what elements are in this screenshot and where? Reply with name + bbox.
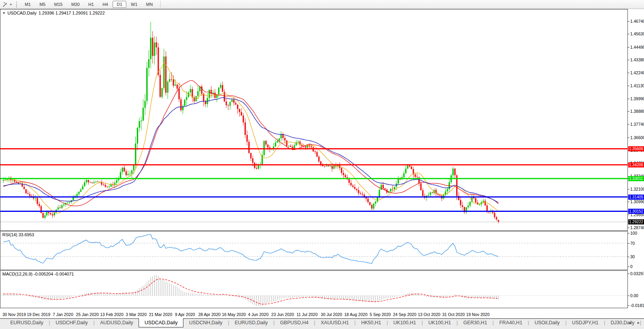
tab-eurusd-daily[interactable]: EURUSD,Daily (229, 319, 273, 327)
chart-symbol-label: USDCAD,Daily (7, 11, 37, 15)
date-label: 3 Mar 2020 (126, 312, 146, 317)
date-label: 31 Oct 2020 (442, 312, 464, 317)
date-label: 13 Oct 2020 (418, 312, 440, 317)
dropdown-arrow-icon: ▼ (9, 3, 12, 6)
price-tick: 1.32100 (630, 187, 644, 191)
rsi-tick: 30 (630, 254, 644, 259)
date-label: 30 Nov 2019 (2, 312, 26, 317)
tab-scroll-left-icon[interactable]: ◄ (628, 321, 634, 325)
level-price-box: 1.35606 (628, 146, 644, 151)
cursor-tool-button[interactable]: ▼ (0, 0, 15, 9)
price-tick: 1.39990 (630, 96, 644, 101)
tab-usdcnh-daily[interactable]: USDCNH,Daily (183, 319, 228, 327)
rsi-window[interactable] (0, 231, 628, 270)
tab-fra40-h1[interactable]: FRA40,H1 (494, 319, 527, 327)
tab-hk50-h1[interactable]: HK50,H1 (355, 319, 387, 327)
chart-tab-bar: EURUSD,Daily|USDCHF,Daily|AUDUSD,DailyUS… (0, 318, 644, 329)
tab-usdchf-daily[interactable]: USDCHF,Daily (50, 319, 93, 327)
level-price-box: 1.34206 (628, 162, 644, 167)
toolbar-grip (16, 2, 18, 7)
tab-uk100-h1[interactable]: UK100,H1 (388, 319, 422, 327)
timeframe-button-mn[interactable]: MN (142, 1, 157, 8)
timeframe-button-d1[interactable]: D1 (113, 1, 126, 8)
macd-tick: -0.018154 (630, 303, 644, 308)
macd-window[interactable] (0, 270, 628, 308)
price-tick: 1.38880 (630, 109, 644, 114)
macd-tick: 0.032972 (630, 271, 644, 276)
price-tick: 1.43380 (630, 57, 644, 62)
date-label: 13 Feb 2020 (100, 312, 124, 317)
rsi-label: RSI(14) 33.6953 (2, 232, 34, 237)
chart-title: ▼ USDCAD,Daily 1.29396 1.29417 1.29091 1… (2, 11, 105, 15)
date-label: 7 Jan 2020 (53, 312, 73, 317)
price-tick: 1.36600 (630, 135, 644, 140)
price-tick: 1.42240 (630, 70, 644, 75)
current-price-box: 1.29222 (628, 219, 644, 224)
date-label: 9 Apr 2020 (175, 312, 195, 317)
price-tick: 1.37740 (630, 122, 644, 127)
date-label: 18 Aug 2020 (344, 312, 368, 317)
tab-usoil-daily[interactable]: USOil,Daily (529, 319, 565, 327)
tab-xauusd-h1[interactable]: XAUUSD,H1 (315, 319, 355, 327)
tab-scroll-right-icon[interactable]: ► (637, 321, 642, 325)
tab-gbpusd-h4[interactable]: GBPUSD,H4 (274, 319, 314, 327)
date-label: 24 Sep 2020 (393, 312, 416, 317)
toolbar-separator (160, 1, 161, 8)
date-label: 19 Dec 2019 (27, 312, 50, 317)
date-label: 30 Jul 2020 (321, 312, 342, 317)
date-axis[interactable]: 30 Nov 201919 Dec 20197 Jan 202025 Jan 2… (0, 308, 644, 318)
rsi-tick: 0 (630, 264, 644, 269)
chart-cursor-icon (2, 2, 8, 7)
tab-scroll-buttons: ◄ ► (628, 321, 642, 325)
main-chart-window[interactable] (0, 9, 628, 231)
timeframe-toolbar: ▼ M1M5M15M30H1H4D1W1MN (0, 0, 644, 9)
tab-usdcad-daily[interactable]: USDCAD,Daily (139, 318, 183, 327)
timeframe-button-h1[interactable]: H1 (84, 1, 98, 8)
tab-row: EURUSD,Daily|USDCHF,Daily|AUDUSD,DailyUS… (5, 319, 644, 327)
price-tick: 1.44490 (630, 45, 644, 50)
macd-tick: 0.00 (630, 293, 644, 298)
date-label: 23 Jun 2020 (271, 312, 294, 317)
chart-collapse-icon[interactable]: ▼ (2, 11, 6, 15)
price-tick: 1.41130 (630, 83, 644, 88)
date-label: 5 Sep 2020 (370, 312, 391, 317)
date-label: 25 Jan 2020 (76, 312, 99, 317)
level-price-box: 1.30152 (628, 209, 644, 214)
timeframe-button-w1[interactable]: W1 (127, 1, 142, 8)
tab-ger30-h1[interactable]: GER30,H1 (458, 319, 492, 327)
tab-uk100-h1[interactable]: UK100,H1 (423, 319, 457, 327)
date-label: 11 Jul 2020 (296, 312, 318, 317)
tab-eurusd-daily[interactable]: EURUSD,Daily (5, 319, 49, 327)
level-price-box: 1.33011 (628, 176, 644, 181)
level-price-box: 1.31405 (628, 195, 644, 200)
timeframe-button-m5[interactable]: M5 (35, 1, 49, 8)
timeframe-button-m1[interactable]: M1 (21, 1, 35, 8)
date-label: 16 May 2020 (222, 312, 246, 317)
timeframe-button-m30[interactable]: M30 (67, 1, 83, 8)
tab-audusd-daily[interactable]: AUDUSD,Daily (94, 319, 139, 327)
price-tick: 1.46740 (630, 19, 644, 24)
rsi-tick: 100 (630, 231, 644, 235)
macd-label: MACD(12,26,9) -0.005204 -0.004071 (2, 272, 74, 276)
tab-usdjpy-h1[interactable]: USDJPY,H1 (566, 319, 604, 327)
chart-ohlc-values: 1.29396 1.29417 1.29091 1.29222 (39, 11, 105, 15)
price-tick: 1.45630 (630, 31, 644, 36)
price-tick: 1.30990 (630, 199, 644, 204)
timeframe-buttons: M1M5M15M30H1H4D1W1MN (20, 1, 157, 8)
trading-app: ▼ M1M5M15M30H1H4D1W1MN ▼ USDCAD,Daily 1.… (0, 0, 644, 329)
price-tick: 1.28740 (630, 225, 644, 230)
date-label: 21 Mar 2020 (149, 312, 172, 317)
timeframe-button-m15[interactable]: M15 (50, 1, 67, 8)
timeframe-button-h4[interactable]: H4 (98, 1, 112, 8)
rsi-tick: 70 (630, 241, 644, 246)
date-label: 4 Jun 2020 (248, 312, 268, 317)
date-label: 19 Nov 2020 (466, 312, 490, 317)
date-label: 28 Apr 2020 (198, 312, 221, 317)
